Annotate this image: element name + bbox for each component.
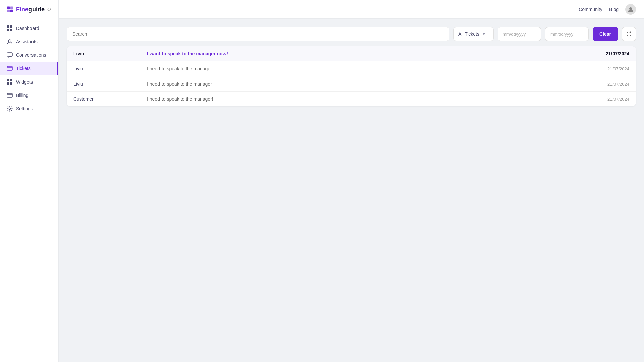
date-from-placeholder: mm/dd/yyyy (503, 32, 526, 37)
table-header-row: Liviu I want to speak to the manager now… (67, 46, 636, 61)
svg-rect-17 (7, 93, 12, 97)
svg-rect-15 (7, 82, 9, 85)
row-3-message: I need to speak to the manager! (147, 96, 576, 102)
refresh-icon (626, 31, 632, 37)
header-name: Liviu (73, 51, 147, 56)
svg-point-20 (629, 7, 632, 10)
topbar: Community Blog (59, 0, 644, 19)
sidebar-label-widgets: Widgets (16, 79, 33, 85)
header-date: 21/07/2024 (576, 51, 629, 56)
sidebar-item-assistants[interactable]: Assistants (0, 35, 58, 48)
sidebar-item-settings[interactable]: Settings (0, 102, 58, 115)
sidebar-label-settings: Settings (16, 106, 33, 111)
tickets-icon (7, 65, 13, 71)
date-to-placeholder: mm/dd/yyyy (550, 32, 573, 37)
community-link[interactable]: Community (579, 7, 602, 12)
conversations-icon (7, 52, 13, 58)
row-2-message: I need to speak to the manager (147, 81, 576, 87)
sidebar-item-tickets[interactable]: Tickets (0, 62, 58, 75)
chevron-down-icon: ▾ (483, 32, 485, 36)
svg-rect-1 (10, 6, 13, 9)
svg-rect-2 (7, 10, 10, 12)
sidebar-label-dashboard: Dashboard (16, 25, 39, 31)
row-1-name: Liviu (73, 66, 147, 71)
user-avatar[interactable] (625, 4, 636, 15)
sidebar: Fineguide ⟳ Dashboard (0, 0, 59, 362)
svg-rect-5 (10, 25, 12, 28)
sidebar-item-billing[interactable]: Billing (0, 89, 58, 102)
svg-point-19 (9, 108, 11, 110)
row-2-name: Liviu (73, 81, 147, 87)
logo-icon (7, 5, 13, 14)
sidebar-toggle-icon[interactable]: ⟳ (47, 6, 52, 13)
svg-rect-16 (10, 82, 12, 85)
svg-rect-0 (7, 6, 10, 9)
svg-rect-13 (7, 79, 9, 81)
table-row[interactable]: Customer I need to speak to the manager!… (67, 92, 636, 106)
tickets-toolbar: All Tickets ▾ mm/dd/yyyy mm/dd/yyyy Clea… (67, 27, 636, 41)
row-3-name: Customer (73, 96, 147, 102)
row-2-date: 21/07/2024 (576, 82, 629, 87)
billing-icon (7, 92, 13, 98)
sidebar-item-conversations[interactable]: Conversations (0, 48, 58, 62)
logo-text: Fineguide (16, 6, 45, 13)
logo[interactable]: Fineguide ⟳ (0, 0, 58, 19)
row-1-date: 21/07/2024 (576, 66, 629, 71)
row-3-date: 21/07/2024 (576, 97, 629, 102)
widgets-icon (7, 79, 13, 85)
settings-icon (7, 106, 13, 112)
sidebar-label-billing: Billing (16, 93, 28, 98)
tickets-table: Liviu I want to speak to the manager now… (67, 46, 636, 106)
svg-rect-7 (10, 29, 12, 31)
dashboard-icon (7, 25, 13, 31)
svg-rect-3 (10, 10, 13, 12)
sidebar-label-conversations: Conversations (16, 52, 46, 58)
page-content: All Tickets ▾ mm/dd/yyyy mm/dd/yyyy Clea… (59, 19, 644, 362)
header-message: I want to speak to the manager now! (147, 51, 576, 56)
main-content: Community Blog All Tickets ▾ mm/dd/yyyy … (59, 0, 644, 362)
date-from-input[interactable]: mm/dd/yyyy (498, 27, 541, 41)
row-1-message: I need to speak to the manager (147, 66, 576, 71)
filter-label: All Tickets (458, 31, 479, 37)
sidebar-item-widgets[interactable]: Widgets (0, 75, 58, 89)
svg-rect-4 (7, 25, 9, 28)
sidebar-item-dashboard[interactable]: Dashboard (0, 21, 58, 35)
table-row[interactable]: Liviu I need to speak to the manager 21/… (67, 61, 636, 76)
sidebar-label-assistants: Assistants (16, 39, 38, 44)
svg-rect-10 (7, 66, 12, 70)
svg-rect-6 (7, 29, 9, 31)
search-input[interactable] (67, 27, 449, 41)
svg-rect-9 (7, 53, 12, 56)
svg-rect-14 (10, 79, 12, 81)
date-to-input[interactable]: mm/dd/yyyy (545, 27, 589, 41)
sidebar-nav: Dashboard Assistants Conversations (0, 19, 58, 362)
clear-button[interactable]: Clear (593, 27, 618, 41)
refresh-button[interactable] (622, 27, 636, 41)
filter-dropdown[interactable]: All Tickets ▾ (453, 27, 494, 41)
sidebar-label-tickets: Tickets (16, 66, 31, 71)
assistants-icon (7, 39, 13, 45)
table-row[interactable]: Liviu I need to speak to the manager 21/… (67, 76, 636, 92)
blog-link[interactable]: Blog (609, 7, 619, 12)
